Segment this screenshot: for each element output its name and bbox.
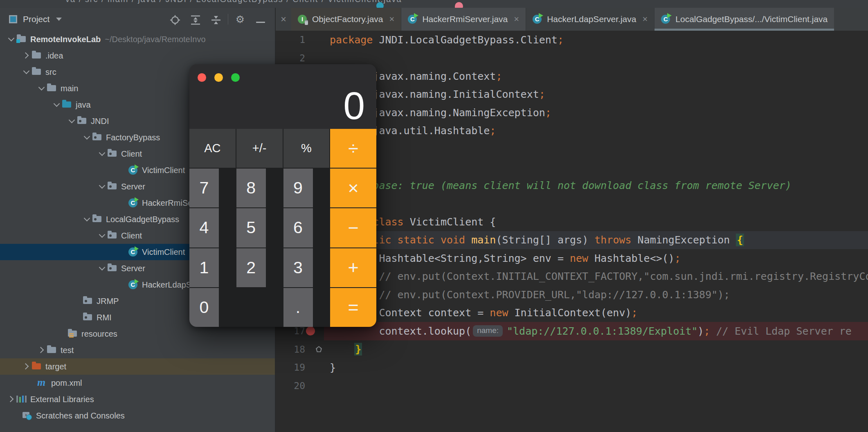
code-line-text[interactable] (324, 49, 868, 68)
tree-row-remoteinvokelab[interactable]: RemoteInvokeLab~/Desktop/java/RemoteInvo (0, 31, 275, 47)
chevron-right-icon[interactable] (22, 51, 31, 61)
tree-row--idea[interactable]: .idea (0, 47, 275, 64)
code-line-text[interactable] (324, 140, 868, 158)
minimize-button[interactable] (214, 73, 223, 82)
calc-button-ac[interactable]: AC (189, 129, 236, 168)
code-token: // Evil Ldap Server re (710, 325, 852, 337)
calc-button-4[interactable]: 4 (189, 208, 219, 247)
calc-button-equals[interactable]: = (330, 288, 376, 327)
tree-item-label: VictimClient (142, 248, 185, 257)
calc-button-8[interactable]: 8 (236, 169, 266, 207)
chevron-down-icon[interactable] (97, 231, 107, 241)
chevron-down-icon[interactable] (52, 100, 62, 110)
close-icon[interactable]: × (514, 14, 519, 25)
tab-localgadgetbypass-victimclient-java[interactable]: CLocalGadgetBypass/.../VictimClient.java (654, 8, 834, 31)
calculator-window[interactable]: 0 AC+/-%÷789×456−123+0.= (189, 64, 376, 327)
locate-icon[interactable] (165, 13, 185, 25)
code-line-text[interactable]: import javax.naming.Context; (324, 67, 868, 86)
line-number[interactable]: 2 (276, 53, 305, 63)
tab-hackerldapserver-java[interactable]: CHackerLdapServer.java× (526, 8, 654, 31)
chevron-down-icon[interactable] (82, 214, 92, 224)
chevron-down-icon[interactable] (97, 263, 107, 273)
tab-hackerrmiserver-java[interactable]: CHackerRmiServer.java× (401, 8, 526, 31)
calculator-titlebar[interactable]: 0 (189, 64, 376, 129)
hide-panel-icon[interactable] (250, 14, 271, 25)
calc-button-7[interactable]: 7 (189, 169, 219, 207)
close-icon[interactable]: × (276, 8, 291, 31)
calc-button-1[interactable]: 1 (189, 248, 219, 287)
breakpoint-icon[interactable] (306, 326, 315, 335)
calc-button-minus[interactable]: − (330, 208, 376, 247)
calc-button-plus[interactable]: + (330, 248, 376, 287)
chevron-down-icon[interactable] (97, 149, 107, 159)
tree-row-resources[interactable]: resources (0, 326, 275, 342)
calc-button-5[interactable]: 5 (236, 208, 266, 247)
collapse-all-icon[interactable] (206, 13, 226, 25)
code-line-text[interactable]: // codebase: true (means client will not… (324, 176, 868, 195)
chevron-right-icon[interactable] (37, 345, 47, 355)
tree-row-pom-xml[interactable]: mpom.xml (0, 375, 275, 391)
expand-all-icon[interactable] (185, 13, 206, 25)
code-line-text[interactable] (324, 377, 868, 395)
line-number[interactable]: 1 (276, 34, 305, 45)
calc-button-0[interactable]: 0 (189, 288, 219, 327)
code-line-text[interactable] (324, 195, 868, 213)
chevron-down-icon[interactable] (22, 67, 31, 77)
code-line-text[interactable]: } (324, 358, 868, 377)
calc-button-2[interactable]: 2 (236, 248, 266, 287)
code-line-text[interactable]: import javax.naming.NamingException; (324, 104, 868, 122)
settings-icon[interactable]: ⚙ (230, 14, 250, 25)
close-button[interactable] (198, 73, 206, 82)
line-number[interactable]: 17 (276, 326, 305, 336)
code-token: javax.naming.InitialContext (373, 88, 539, 100)
code-line-text[interactable]: import javax.naming.InitialContext; (324, 86, 868, 104)
chevron-down-icon[interactable] (7, 34, 16, 44)
calc-button-6[interactable]: 6 (283, 208, 313, 247)
code-line-text[interactable]: public class VictimClient { (324, 213, 868, 231)
folder-pkg-icon (92, 133, 103, 142)
line-number[interactable]: 18 (276, 344, 305, 355)
chevron-down-icon[interactable] (97, 182, 107, 191)
calc-button-9[interactable]: 9 (283, 169, 313, 207)
tree-item-label: JRMP (97, 297, 119, 306)
tree-row-test[interactable]: test (0, 342, 275, 358)
calc-button-percent[interactable]: % (283, 129, 330, 168)
calc-button-divide[interactable]: ÷ (330, 129, 376, 168)
chevron-down-icon[interactable] (82, 133, 92, 142)
code-line-text[interactable]: context.lookup(name:"ldap://127.0.0.1:13… (324, 322, 868, 340)
calc-button-dot[interactable]: . (283, 288, 313, 327)
tree-row-external-libraries[interactable]: External Libraries (0, 391, 275, 407)
close-icon[interactable]: × (389, 14, 395, 25)
code-line-text[interactable]: } (324, 340, 868, 359)
code-line-text[interactable]: import java.util.Hashtable; (324, 122, 868, 140)
chevron-right-icon[interactable] (22, 362, 31, 371)
code-line-text[interactable] (324, 158, 868, 177)
tab-objectfactory-java[interactable]: IObjectFactory.java× (291, 8, 401, 31)
code-line-text[interactable]: // env.put(Context.PROVIDER_URL,"ldap://… (324, 286, 868, 304)
line-number[interactable]: 19 (276, 362, 305, 373)
java-class-icon: C (128, 198, 139, 208)
zoom-button[interactable] (231, 73, 240, 82)
code-line-text[interactable]: // env.put(Context.INITIAL_CONTEXT_FACTO… (324, 268, 868, 286)
bookmark-icon[interactable] (316, 346, 322, 352)
code-line-text[interactable]: package JNDI.LocalGadgetBypass.Client; (324, 31, 868, 49)
tree-row-target[interactable]: target (0, 358, 275, 375)
code-line-text[interactable]: Hashtable<String,String> env = new Hasht… (324, 249, 868, 268)
close-icon[interactable]: × (642, 14, 648, 25)
code-line-text[interactable]: public static void main(String[] args) t… (324, 231, 868, 250)
tree-row-scratches-and-consoles[interactable]: ›Scratches and Consoles (0, 407, 275, 424)
chevron-spacer (12, 411, 22, 421)
chevron-down-icon[interactable] (56, 18, 62, 21)
calc-button-3[interactable]: 3 (283, 248, 313, 287)
code-token: ) (698, 325, 704, 337)
tree-item-label: test (61, 346, 74, 355)
tab-label: HackerRmiServer.java (422, 14, 508, 24)
calc-button-multiply[interactable]: × (330, 169, 376, 207)
calc-button-plusminus[interactable]: +/- (236, 129, 283, 168)
chevron-down-icon[interactable] (37, 83, 47, 93)
chevron-down-icon[interactable] (67, 116, 77, 126)
chevron-right-icon[interactable] (7, 394, 16, 404)
line-number[interactable]: 20 (276, 380, 305, 391)
code-line-text[interactable]: Context context = new InitialContext(env… (324, 304, 868, 322)
project-panel-title[interactable]: Project (23, 14, 49, 24)
